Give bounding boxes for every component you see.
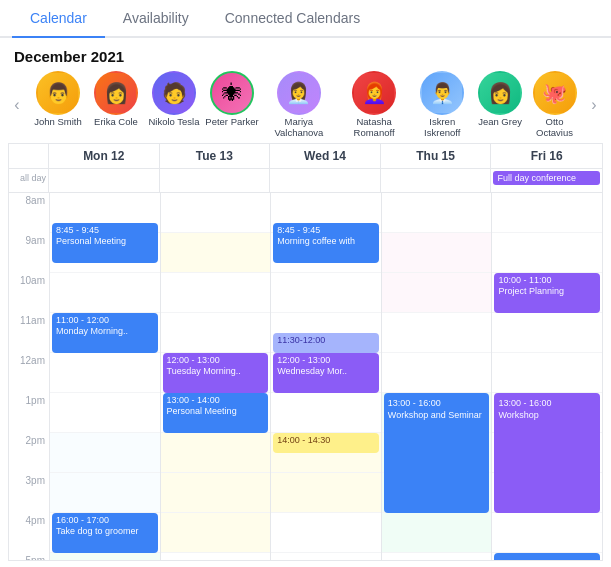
app-container: Calendar Availability Connected Calendar… xyxy=(0,0,611,567)
allday-thu xyxy=(381,169,492,192)
tab-calendar[interactable]: Calendar xyxy=(12,0,105,38)
event-wed-morning-coffee[interactable]: 8:45 - 9:45 Morning coffee with xyxy=(273,223,379,263)
person-jean[interactable]: 👩 Jean Grey xyxy=(474,71,526,139)
days-grid: 8:45 - 9:45 Personal Meeting 11:00 - 12:… xyxy=(49,193,602,560)
person-john-smith[interactable]: 👨 John Smith xyxy=(30,71,86,139)
avatar-nikolo: 🧑 xyxy=(152,71,196,115)
event-fri-travel[interactable]: 17:00 - 21:00 Travel xyxy=(494,553,600,560)
header-thu: Thu 15 xyxy=(381,144,492,168)
allday-tue xyxy=(160,169,271,192)
label-9am: 9am xyxy=(9,233,49,273)
label-8am: 8am xyxy=(9,193,49,233)
label-5pm: 5pm xyxy=(9,553,49,560)
name-iskren: Iskren Iskrenoff xyxy=(412,116,472,139)
calendar-header: Mon 12 Tue 13 Wed 14 Thu 15 Fri 16 xyxy=(9,144,602,169)
name-natasha: Natasha Romanoff xyxy=(338,116,411,139)
calendar-body: 8am 9am 10am 11am 12am 1pm 2pm 3pm 4pm 5… xyxy=(9,193,602,560)
event-mon-personal-meeting[interactable]: 8:45 - 9:45 Personal Meeting xyxy=(52,223,158,263)
header-fri: Fri 16 xyxy=(491,144,602,168)
header-wed: Wed 14 xyxy=(270,144,381,168)
event-fri-project-planning[interactable]: 10:00 - 11:00 Project Planning xyxy=(494,273,600,313)
label-1pm: 1pm xyxy=(9,393,49,433)
col-fri: 10:00 - 11:00 Project Planning 13:00 - 1… xyxy=(491,193,602,560)
tabs-bar: Calendar Availability Connected Calendar… xyxy=(0,0,611,38)
col-thu: 13:00 - 16:00 Workshop and Seminar xyxy=(381,193,492,560)
event-wed-1400[interactable]: 14:00 - 14:30 xyxy=(273,433,379,453)
avatar-mariya: 👩‍💼 xyxy=(277,71,321,115)
time-labels: 8am 9am 10am 11am 12am 1pm 2pm 3pm 4pm 5… xyxy=(9,193,49,560)
people-scroll: 👨 John Smith 👩 Erika Cole 🧑 Nikolo Tesla… xyxy=(30,71,581,139)
name-john: John Smith xyxy=(34,116,82,127)
allday-wed xyxy=(270,169,381,192)
tab-connected-calendars[interactable]: Connected Calendars xyxy=(207,0,378,38)
person-iskren[interactable]: 👨‍💼 Iskren Iskrenoff xyxy=(412,71,472,139)
avatar-iskren: 👨‍💼 xyxy=(420,71,464,115)
person-mariya[interactable]: 👩‍💼 Mariya Valchanova xyxy=(262,71,336,139)
header-mon: Mon 12 xyxy=(49,144,160,168)
header-tue: Tue 13 xyxy=(160,144,271,168)
allday-label: all day xyxy=(9,169,49,192)
event-thu-workshop-seminar[interactable]: 13:00 - 16:00 Workshop and Seminar xyxy=(384,393,490,513)
name-mariya: Mariya Valchanova xyxy=(262,116,336,139)
event-wed-wednesday-morning[interactable]: 12:00 - 13:00 Wednesday Mor.. xyxy=(273,353,379,393)
name-peter: Peter Parker xyxy=(205,116,258,127)
next-arrow[interactable]: › xyxy=(583,94,605,116)
allday-fri: Full day conference xyxy=(491,169,602,192)
avatar-natasha: 👩‍🦰 xyxy=(352,71,396,115)
avatar-peter: 🕷 xyxy=(210,71,254,115)
allday-mon xyxy=(49,169,160,192)
name-erika: Erika Cole xyxy=(94,116,138,127)
event-tue-tuesday-morning[interactable]: 12:00 - 13:00 Tuesday Morning.. xyxy=(163,353,269,393)
avatar-otto: 🐙 xyxy=(533,71,577,115)
person-peter-parker[interactable]: 🕷 Peter Parker xyxy=(204,71,260,139)
name-otto: Otto Octavius xyxy=(528,116,581,139)
avatar-john: 👨 xyxy=(36,71,80,115)
label-3pm: 3pm xyxy=(9,473,49,513)
event-fri-workshop[interactable]: 13:00 - 16:00 Workshop xyxy=(494,393,600,513)
col-mon: 8:45 - 9:45 Personal Meeting 11:00 - 12:… xyxy=(49,193,160,560)
event-full-day-conference[interactable]: Full day conference xyxy=(493,171,600,185)
tab-availability[interactable]: Availability xyxy=(105,0,207,38)
prev-arrow[interactable]: ‹ xyxy=(6,94,28,116)
event-tue-personal-meeting[interactable]: 13:00 - 14:00 Personal Meeting xyxy=(163,393,269,433)
name-nikolo: Nikolo Tesla xyxy=(148,116,199,127)
avatar-jean: 👩 xyxy=(478,71,522,115)
people-row: ‹ 👨 John Smith 👩 Erika Cole 🧑 Nikolo Tes… xyxy=(0,69,611,143)
event-mon-take-dog[interactable]: 16:00 - 17:00 Take dog to groomer xyxy=(52,513,158,553)
label-12am: 12am xyxy=(9,353,49,393)
name-jean: Jean Grey xyxy=(478,116,522,127)
person-otto[interactable]: 🐙 Otto Octavius xyxy=(528,71,581,139)
person-nikolo-tesla[interactable]: 🧑 Nikolo Tesla xyxy=(146,71,202,139)
month-header: December 2021 xyxy=(0,38,611,69)
person-erika-cole[interactable]: 👩 Erika Cole xyxy=(88,71,144,139)
col-wed: 8:45 - 9:45 Morning coffee with 11:30-12… xyxy=(270,193,381,560)
event-wed-1130[interactable]: 11:30-12:00 xyxy=(273,333,379,353)
allday-row: all day Full day conference xyxy=(9,169,602,193)
label-2pm: 2pm xyxy=(9,433,49,473)
label-4pm: 4pm xyxy=(9,513,49,553)
label-11am: 11am xyxy=(9,313,49,353)
label-10am: 10am xyxy=(9,273,49,313)
avatar-erika: 👩 xyxy=(94,71,138,115)
calendar-container: Mon 12 Tue 13 Wed 14 Thu 15 Fri 16 all d… xyxy=(8,143,603,561)
event-mon-monday-morning[interactable]: 11:00 - 12:00 Monday Morning.. xyxy=(52,313,158,353)
person-natasha[interactable]: 👩‍🦰 Natasha Romanoff xyxy=(338,71,411,139)
col-tue: 12:00 - 13:00 Tuesday Morning.. 13:00 - … xyxy=(160,193,271,560)
